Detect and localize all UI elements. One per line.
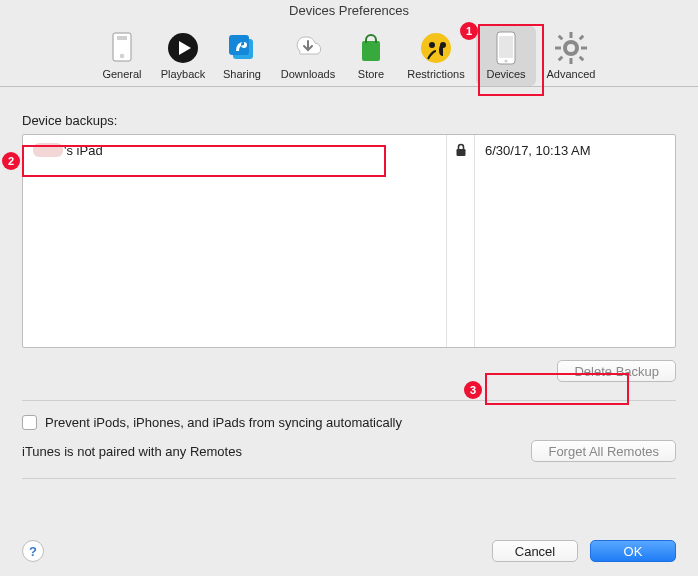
tab-sharing[interactable]: Sharing	[214, 26, 270, 86]
tab-devices[interactable]: Devices	[476, 26, 536, 86]
svg-rect-1	[117, 36, 127, 40]
sharing-icon	[224, 30, 260, 66]
tab-label: General	[102, 68, 141, 80]
svg-rect-18	[581, 47, 587, 50]
devices-icon	[488, 30, 524, 66]
tab-downloads[interactable]: Downloads	[270, 26, 346, 86]
lock-cell	[447, 135, 474, 165]
tab-label: Advanced	[547, 68, 596, 80]
svg-rect-15	[570, 32, 573, 38]
prevent-sync-checkbox[interactable]	[22, 415, 37, 430]
svg-rect-22	[579, 56, 585, 62]
svg-point-13	[504, 59, 507, 62]
tab-label: Playback	[161, 68, 206, 80]
restrictions-icon	[418, 30, 454, 66]
date-cell: 6/30/17, 10:13 AM	[475, 135, 675, 165]
remotes-status-label: iTunes is not paired with any Remotes	[22, 444, 242, 459]
svg-rect-19	[558, 35, 564, 41]
device-name-suffix: 's iPad	[64, 143, 103, 158]
tab-general[interactable]: General	[92, 26, 152, 86]
forget-all-remotes-button[interactable]: Forget All Remotes	[531, 440, 676, 462]
help-button[interactable]: ?	[22, 540, 44, 562]
svg-point-2	[120, 54, 125, 59]
device-backups-label: Device backups:	[22, 113, 676, 128]
device-backups-table[interactable]: 's iPad 6/30/17, 10:13 AM	[22, 134, 676, 348]
tab-label: Devices	[486, 68, 525, 80]
prevent-sync-checkbox-row[interactable]: Prevent iPods, iPhones, and iPads from s…	[22, 415, 676, 430]
svg-point-9	[429, 42, 435, 48]
redacted-name	[33, 143, 63, 157]
preferences-toolbar: General Playback Sharing Downloads Store…	[0, 22, 698, 87]
svg-rect-20	[579, 35, 585, 41]
gear-icon	[553, 30, 589, 66]
svg-point-8	[421, 33, 451, 63]
svg-rect-12	[499, 36, 513, 58]
column-device-name: 's iPad	[23, 135, 447, 347]
tab-label: Sharing	[223, 68, 261, 80]
svg-rect-17	[555, 47, 561, 50]
svg-rect-21	[558, 56, 564, 62]
store-icon	[353, 30, 389, 66]
window-title: Devices Preferences	[0, 0, 698, 22]
tab-store[interactable]: Store	[346, 26, 396, 86]
general-icon	[104, 30, 140, 66]
play-icon	[165, 30, 201, 66]
footer: ? Cancel OK	[22, 540, 676, 562]
lock-icon	[455, 143, 467, 157]
tab-label: Downloads	[281, 68, 335, 80]
table-row[interactable]: 's iPad	[23, 135, 446, 165]
separator	[22, 400, 676, 401]
svg-rect-16	[570, 58, 573, 64]
tab-playback[interactable]: Playback	[152, 26, 214, 86]
content-area: Device backups: 's iPad 6/30/17, 10:13 A…	[0, 87, 698, 507]
svg-rect-7	[362, 41, 380, 61]
tab-restrictions[interactable]: Restrictions	[396, 26, 476, 86]
svg-rect-24	[456, 149, 465, 156]
column-date: 6/30/17, 10:13 AM	[475, 135, 675, 347]
column-lock	[447, 135, 475, 347]
tab-label: Restrictions	[407, 68, 464, 80]
cancel-button[interactable]: Cancel	[492, 540, 578, 562]
separator	[22, 478, 676, 479]
tab-label: Store	[358, 68, 384, 80]
prevent-sync-label: Prevent iPods, iPhones, and iPads from s…	[45, 415, 402, 430]
ok-button[interactable]: OK	[590, 540, 676, 562]
svg-point-23	[567, 44, 575, 52]
downloads-icon	[290, 30, 326, 66]
tab-advanced[interactable]: Advanced	[536, 26, 606, 86]
delete-backup-button[interactable]: Delete Backup	[557, 360, 676, 382]
